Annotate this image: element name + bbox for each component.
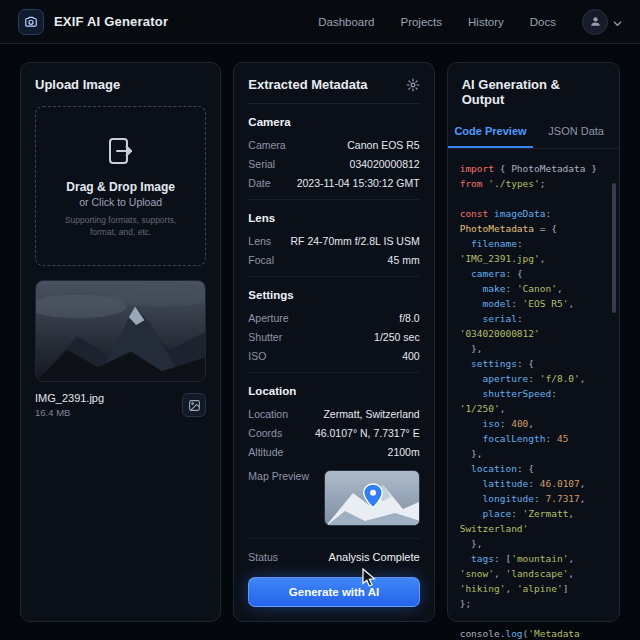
code-line: tags: ['mountain', 'snow', 'landscape', …: [460, 551, 605, 596]
avatar[interactable]: [582, 9, 608, 35]
main-content: Upload Image Drag & Drop Image or Click …: [0, 44, 640, 640]
metadata-row: Shutter1/250 sec: [248, 327, 419, 346]
nav-links: DashboardProjectsHistoryDocs: [318, 16, 556, 28]
code-line: const imageData: PhotoMetadata = {: [460, 206, 605, 236]
output-panel-header: AI Generation & Output: [448, 63, 619, 118]
code-line: shutterSpeed: '1/250',: [460, 386, 605, 416]
user-icon: [589, 15, 602, 28]
tab-code-preview[interactable]: Code Preview: [448, 118, 534, 148]
code-line: longitude: 7.7317,: [460, 491, 605, 506]
metadata-value: 400: [402, 350, 420, 362]
metadata-value: Canon EOS R5: [347, 139, 419, 151]
metadata-value: RF 24-70mm f/2.8L IS USM: [291, 235, 420, 247]
upload-panel-title: Upload Image: [35, 77, 206, 92]
app-logo-icon: [18, 9, 44, 35]
metadata-panel-title: Extracted Metadata: [248, 77, 367, 92]
app-window: EXIF AI Generator DashboardProjectsHisto…: [0, 0, 640, 640]
code-line: serial: '034020000812': [460, 311, 605, 341]
code-line: aperture: 'f/8.0',: [460, 371, 605, 386]
metadata-panel-header: Extracted Metadata: [248, 77, 419, 104]
metadata-label: Location: [248, 408, 288, 420]
metadata-label: ISO: [248, 350, 266, 362]
metadata-value: 45 mm: [388, 254, 420, 266]
nav-link-projects[interactable]: Projects: [400, 16, 442, 28]
metadata-row: Focal45 mm: [248, 250, 419, 269]
code-line: };: [460, 596, 605, 611]
code-preview: import { PhotoMetadata } from './types';…: [448, 149, 619, 640]
code-line: iso: 400,: [460, 416, 605, 431]
dropzone-subtitle: or Click to Upload: [79, 196, 162, 208]
metadata-section-settings: SettingsAperturef/8.0Shutter1/250 secISO…: [248, 276, 419, 372]
nav-link-docs[interactable]: Docs: [530, 16, 556, 28]
metadata-label: Focal: [248, 254, 274, 266]
user-menu[interactable]: [582, 9, 622, 35]
metadata-label: Coords: [248, 427, 282, 439]
metadata-row: CameraCanon EOS R5: [248, 135, 419, 154]
output-panel: AI Generation & Output Code PreviewJSON …: [447, 62, 620, 622]
code-line: latitude: 46.0107,: [460, 476, 605, 491]
metadata-label: Altitude: [248, 446, 283, 458]
upload-panel: Upload Image Drag & Drop Image or Click …: [20, 62, 221, 622]
file-name: IMG_2391.jpg: [35, 392, 104, 404]
code-line: },: [460, 536, 605, 551]
section-heading: Lens: [248, 212, 419, 224]
upload-file-icon: [104, 134, 138, 172]
code-line: [460, 611, 605, 626]
metadata-row: Coords46.0107° N, 7.7317° E: [248, 423, 419, 442]
header-right: DashboardProjectsHistoryDocs: [318, 9, 622, 35]
metadata-row: Altitude2100m: [248, 442, 419, 461]
app-title: EXIF AI Generator: [54, 14, 168, 29]
metadata-label: Camera: [248, 139, 285, 151]
metadata-value: f/8.0: [399, 312, 419, 324]
metadata-value: 46.0107° N, 7.7317° E: [315, 427, 420, 439]
output-panel-title: AI Generation & Output: [462, 77, 605, 107]
metadata-label: Date: [248, 177, 270, 189]
dropzone[interactable]: Drag & Drop Image or Click to Upload Sup…: [35, 106, 206, 266]
code-line: [460, 191, 605, 206]
status-badge: Analysis Complete: [329, 551, 420, 563]
header: EXIF AI Generator DashboardProjectsHisto…: [0, 0, 640, 44]
metadata-row: LensRF 24-70mm f/2.8L IS USM: [248, 231, 419, 250]
code-line: camera: {: [460, 266, 605, 281]
status-row: Status Analysis Complete: [248, 538, 419, 563]
metadata-row: Aperturef/8.0: [248, 308, 419, 327]
code-line: settings: {: [460, 356, 605, 371]
dropzone-title: Drag & Drop Image: [66, 180, 175, 194]
code-line: make: 'Canon',: [460, 281, 605, 296]
dropzone-hint: Supporting formats, supports, format, an…: [58, 215, 183, 239]
metadata-value: 1/250 sec: [374, 331, 420, 343]
code-line: focalLength: 45: [460, 431, 605, 446]
code-line: import { PhotoMetadata } from './types';: [460, 161, 605, 191]
output-tabs: Code PreviewJSON Data: [448, 118, 619, 149]
metadata-value: 034020000812: [350, 158, 420, 170]
metadata-section-lens: LensLensRF 24-70mm f/2.8L IS USMFocal45 …: [248, 199, 419, 276]
metadata-label: Lens: [248, 235, 271, 247]
map-preview-row: Map Preview: [248, 470, 419, 526]
nav-link-history[interactable]: History: [468, 16, 504, 28]
code-line: },: [460, 341, 605, 356]
generate-with-ai-button[interactable]: Generate with AI: [248, 577, 419, 607]
image-icon: [188, 399, 201, 412]
metadata-label: Aperture: [248, 312, 288, 324]
nav-link-dashboard[interactable]: Dashboard: [318, 16, 374, 28]
code-line: filename: 'IMG_2391.jpg',: [460, 236, 605, 266]
image-preview-button[interactable]: [182, 393, 206, 417]
uploaded-image-thumbnail[interactable]: [35, 280, 206, 382]
section-heading: Settings: [248, 289, 419, 301]
header-brand: EXIF AI Generator: [18, 9, 168, 35]
section-heading: Camera: [248, 116, 419, 128]
code-line: model: 'EOS R5',: [460, 296, 605, 311]
code-line: location: {: [460, 461, 605, 476]
metadata-label: Shutter: [248, 331, 282, 343]
settings-gear-button[interactable]: [406, 78, 420, 92]
metadata-section-camera: CameraCameraCanon EOS R5Serial0340200008…: [248, 104, 419, 199]
file-info-row: IMG_2391.jpg 16.4 MB: [35, 392, 206, 418]
map-preview-image[interactable]: [324, 470, 420, 526]
metadata-row: ISO400: [248, 346, 419, 365]
tab-json-data[interactable]: JSON Data: [533, 118, 619, 148]
metadata-section-location: LocationLocationZermatt, SwitzerlandCoor…: [248, 372, 419, 468]
map-preview-label: Map Preview: [248, 470, 309, 482]
scrollbar-thumb[interactable]: [612, 183, 616, 313]
metadata-label: Serial: [248, 158, 275, 170]
metadata-value: 2100m: [388, 446, 420, 458]
